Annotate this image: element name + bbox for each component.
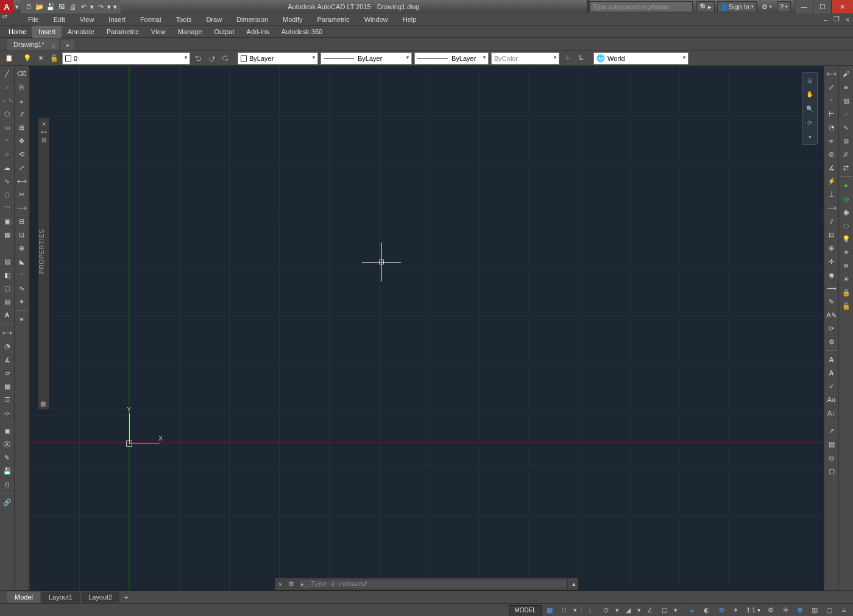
menu-parametric[interactable]: Parametric	[310, 13, 356, 26]
menu-dimension[interactable]: Dimension	[229, 13, 275, 26]
grid-display-icon[interactable]: ▦	[543, 604, 556, 615]
ribbon-tab-insert[interactable]: Insert	[32, 26, 62, 38]
dimstyle-icon[interactable]: ⚙	[826, 336, 838, 348]
menu-format[interactable]: Format	[133, 13, 169, 26]
dim-edit-icon[interactable]: ✎	[826, 296, 838, 308]
search-input[interactable]: Type a keyword or phrase	[589, 1, 693, 12]
annomonitor-icon[interactable]: ✦	[729, 604, 743, 615]
anno-scale[interactable]: 1:1 ▾	[744, 606, 763, 614]
green-circle-icon[interactable]: ●	[840, 179, 852, 191]
layer-thaw-icon[interactable]: ☀	[840, 273, 852, 285]
layer-on-icon[interactable]: 💡	[22, 53, 33, 64]
wipeout-r-icon[interactable]: ▨	[826, 438, 838, 450]
isodraft-arrow-icon[interactable]: ▾	[636, 604, 642, 615]
dim-space-icon[interactable]: ⫽	[826, 215, 838, 227]
undo-arrow-icon[interactable]: ▾	[89, 1, 95, 12]
dim-baseline-icon[interactable]: ⟘	[826, 188, 838, 200]
layer-match-icon[interactable]: ⮍	[206, 53, 217, 64]
menu-edit[interactable]: Edit	[46, 13, 73, 26]
osnap-arrow-icon[interactable]: ▾	[673, 604, 679, 615]
cmd-close-icon[interactable]: ×	[275, 579, 286, 590]
move-icon[interactable]: ✥	[16, 135, 28, 147]
boundary-r-icon[interactable]: ▢	[826, 465, 838, 477]
model-space-button[interactable]: MODEL	[509, 605, 542, 615]
revcloud-icon[interactable]: ☁	[1, 161, 13, 174]
explode-icon[interactable]: ✴	[16, 296, 28, 308]
linetype-combo[interactable]: ByLayer▼	[320, 52, 412, 65]
mleader-icon[interactable]: ↗	[826, 425, 838, 437]
menu-help[interactable]: Help	[395, 13, 424, 26]
align-icon[interactable]: ⫻	[840, 148, 852, 160]
edit-array-icon[interactable]: ⊞	[840, 135, 852, 147]
menu-file[interactable]: File	[21, 13, 46, 26]
gradient-icon[interactable]: ◧	[1, 269, 13, 281]
menu-tools[interactable]: Tools	[169, 13, 199, 26]
radius-icon[interactable]: ◔	[1, 340, 13, 352]
id-icon[interactable]: ⊹	[1, 407, 13, 419]
layer-combo[interactable]: 0▼	[62, 52, 190, 65]
nav-wheel-icon[interactable]: ◎	[804, 75, 815, 85]
menu-window[interactable]: Window	[357, 13, 395, 26]
anno-autoscale-icon[interactable]: ✛	[779, 604, 792, 615]
mdi-close-icon[interactable]: ×	[842, 15, 853, 24]
qat-customize-icon[interactable]: ▾	[112, 1, 118, 12]
palette-pin-icon[interactable]: ⊷	[38, 129, 49, 135]
mtext-ann-icon[interactable]: A	[826, 367, 838, 379]
layer-unlock-icon[interactable]: 🔓	[840, 300, 852, 312]
dim-linear-icon[interactable]: ⟷	[826, 68, 838, 80]
block-edit-icon[interactable]: ▣	[1, 425, 13, 437]
scale-icon[interactable]: ⤢	[16, 161, 28, 174]
insert-icon[interactable]: ▣	[1, 215, 13, 227]
plotstyle-combo[interactable]: ByColor▼	[491, 52, 559, 65]
close-button[interactable]: ✕	[831, 0, 853, 13]
list-icon[interactable]: ☰	[1, 394, 13, 406]
workspace-icon[interactable]: ⚙	[793, 604, 807, 615]
layer-props-icon[interactable]: 📋	[4, 53, 15, 64]
menu-view[interactable]: View	[73, 13, 102, 26]
ribbon-tab-add-ins[interactable]: Add-ins	[241, 26, 275, 38]
circle-icon[interactable]: ○	[1, 148, 13, 160]
angle-icon[interactable]: ∡	[1, 353, 13, 366]
layout-tab-model[interactable]: Model	[7, 592, 40, 603]
matchprop-icon[interactable]: 🖌	[840, 68, 852, 80]
redo-arrow-icon[interactable]: ▾	[106, 1, 112, 12]
snap-arrow-icon[interactable]: ▾	[572, 604, 578, 615]
area-icon[interactable]: ▱	[1, 367, 13, 379]
rotate-icon[interactable]: ⟲	[16, 148, 28, 160]
inspect-icon[interactable]: ◉	[826, 269, 838, 281]
ellipsearc-icon[interactable]: ◠	[1, 202, 13, 214]
edit-spline-icon[interactable]: ∿	[840, 121, 852, 133]
trim-icon[interactable]: ✂	[16, 188, 28, 200]
distance-icon[interactable]: ⟷	[1, 327, 13, 339]
blend-icon[interactable]: ∿	[16, 282, 28, 294]
help-icon[interactable]: ?▾	[777, 1, 791, 12]
new-tab-button[interactable]: +	[61, 40, 74, 51]
layer-iso-icon[interactable]: ◉	[840, 206, 852, 218]
open-icon[interactable]: 📂	[34, 1, 45, 12]
snap-mode-icon[interactable]: ⁝⁝	[557, 604, 571, 615]
dim-update-icon[interactable]: ⟳	[826, 322, 838, 335]
dim-break-icon[interactable]: ⊟	[826, 228, 838, 241]
ucs-icon[interactable]: └	[562, 53, 573, 64]
nav-arrow-icon[interactable]: ▾	[804, 132, 815, 142]
isodraft-icon[interactable]: ◢	[621, 604, 635, 615]
pline-icon[interactable]: ⟋⟍	[1, 94, 13, 107]
lineweight-combo[interactable]: ByLayer▼	[414, 52, 489, 65]
dim-tedit-icon[interactable]: A✎	[826, 309, 838, 321]
saveas-icon[interactable]: 🖫	[56, 1, 67, 12]
center-mark-icon[interactable]: ✛	[826, 255, 838, 267]
new-icon[interactable]: 🗋	[23, 1, 34, 12]
attedit-icon[interactable]: ✎	[1, 451, 13, 464]
command-input[interactable]: ▸_ Type a command	[298, 579, 568, 589]
dim-angular-icon[interactable]: ∡	[826, 161, 838, 174]
dim-ordinate-icon[interactable]: ⊢	[826, 108, 838, 120]
color-combo[interactable]: ByLayer▼	[238, 52, 318, 65]
palette-close-icon[interactable]: ✕	[38, 121, 49, 127]
spline-icon[interactable]: ∿	[1, 175, 13, 187]
redo-icon[interactable]: ↷	[95, 1, 106, 12]
properties-palette[interactable]: ✕ ⊷ ⊞ PROPERTIES ▦	[38, 118, 50, 410]
offset-icon[interactable]: ⫽	[16, 108, 28, 120]
ribbon-tab-parametric[interactable]: Parametric	[101, 26, 145, 38]
clean-screen-icon[interactable]: ▢	[823, 604, 836, 615]
sign-in-button[interactable]: 👤 Sign In▾	[717, 1, 757, 12]
